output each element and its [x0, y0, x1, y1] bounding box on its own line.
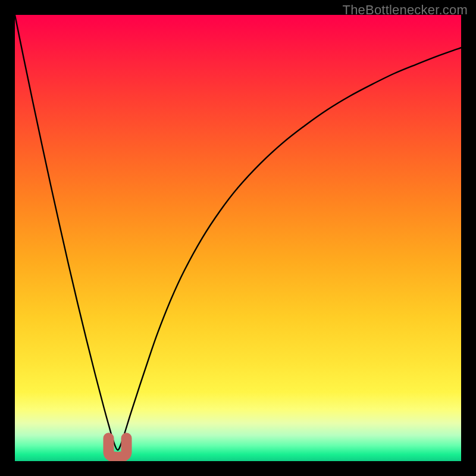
watermark-label: TheBottlenecker.com — [343, 2, 468, 18]
bottleneck-chart — [15, 15, 461, 461]
chart-frame — [15, 15, 461, 461]
gradient-background — [15, 15, 461, 461]
